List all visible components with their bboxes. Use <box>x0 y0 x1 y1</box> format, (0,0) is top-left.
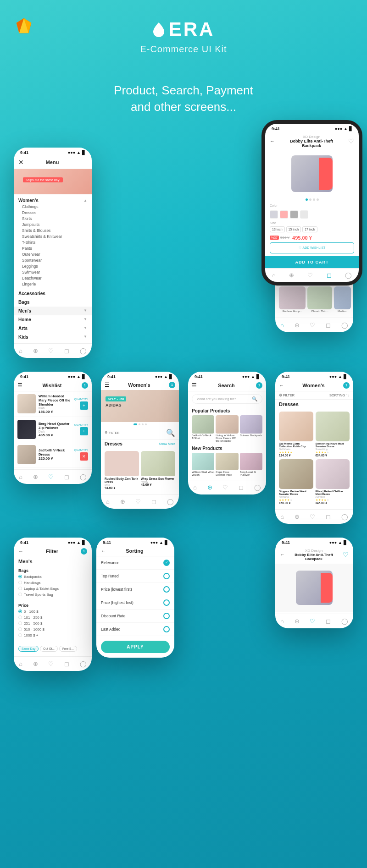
nav-search-wl[interactable]: ⊕ <box>33 473 38 480</box>
sorting-discount[interactable]: Discount Rate <box>96 610 174 623</box>
size-15[interactable]: 15 inch <box>286 226 301 232</box>
new-product-3[interactable]: Berg Heart G Pullover <box>240 453 262 476</box>
filter-price-0-100[interactable]: 0 - 100 $ <box>18 609 87 615</box>
dress-list-1[interactable]: Gal Meets Glam Collection Edith City Gal… <box>279 412 313 457</box>
nav-wishlist[interactable]: ♡ <box>310 322 315 329</box>
menu-item-shirts[interactable]: Shirts & Blouses <box>18 228 87 234</box>
nav-home-feat[interactable]: ⌂ <box>272 272 276 279</box>
menu-item-swimwear[interactable]: Swimwear <box>18 269 87 275</box>
menu-item-arts[interactable]: Arts ▼ <box>14 324 92 333</box>
sorting-last-added[interactable]: Last Added <box>96 623 174 636</box>
wishlist-icon-featured[interactable]: ♡ <box>348 137 354 145</box>
nav-home-wl[interactable]: ⌂ <box>19 473 22 480</box>
menu-item-mens[interactable]: Men's ▼ <box>14 307 92 315</box>
nav-home[interactable]: ⌂ <box>280 322 284 329</box>
add-to-cart-btn[interactable]: ADD TO CART <box>265 256 359 268</box>
sorting-top-rated[interactable]: Top Rated <box>96 570 174 583</box>
nav-search-w2[interactable]: ⊕ <box>120 498 125 505</box>
show-more-dresses[interactable]: Show More <box>159 442 175 445</box>
filter-handbags[interactable]: Handbags <box>18 580 87 586</box>
nav-wish-feat[interactable]: ♡ <box>307 272 313 279</box>
nav-profile-wl[interactable]: ◯ <box>80 473 87 480</box>
new-product-2[interactable]: Cape Faux Leather Pack <box>216 453 238 476</box>
menu-item-beachwear[interactable]: Beachwear <box>18 275 87 281</box>
filter-price-101-250[interactable]: 101 - 250 $ <box>18 615 87 621</box>
nav-search-bd[interactable]: ⊕ <box>295 618 300 625</box>
size-17[interactable]: 17 inch <box>302 226 317 232</box>
dress-list-4[interactable]: Elisa | Belted Chiffon Maxi Dress Aviman… <box>316 459 350 505</box>
back-arrow-dresses[interactable]: ← <box>279 383 284 388</box>
nav-home-dl[interactable]: ⌂ <box>280 513 284 520</box>
product-thumb-acc1[interactable] <box>279 286 306 309</box>
nav-home-icon[interactable]: ⌂ <box>19 347 22 354</box>
womens2-filter-btn[interactable]: ⚙ FILTER <box>105 431 120 434</box>
add-to-cart-1[interactable]: + <box>80 401 88 410</box>
nav-home-bd[interactable]: ⌂ <box>280 618 284 625</box>
product-thumb-acc3[interactable] <box>334 286 351 309</box>
menu-item-lingerie[interactable]: Lingerie <box>18 281 87 287</box>
nav-profile[interactable]: ◯ <box>341 322 348 329</box>
filter-icon-btn[interactable]: ⚙ FILTER <box>279 393 295 397</box>
nav-cart-bd[interactable]: ◻ <box>326 618 331 625</box>
menu-item-sweatshirts[interactable]: Sweatshirts & Knitwear <box>18 234 87 240</box>
add-to-cart-2[interactable]: + <box>80 427 88 435</box>
nav-cart-wl[interactable]: ◻ <box>64 473 69 480</box>
menu-item-kids[interactable]: Kids ▼ <box>14 333 92 341</box>
back-arrow-bottom[interactable]: ← <box>280 552 285 557</box>
color-chip-1[interactable] <box>270 210 278 219</box>
wishlist-icon-bottom[interactable]: ♡ <box>343 551 349 558</box>
nav-wishlist-w2[interactable]: ♡ <box>135 498 141 505</box>
tag-out-of[interactable]: Out Of... <box>40 646 58 652</box>
new-product-1[interactable]: William Stud Wrap Watch <box>192 453 214 476</box>
back-arrow-featured[interactable]: ← <box>270 138 275 144</box>
womens2-search-icon[interactable]: 🔍 <box>166 429 175 437</box>
nav-home-s[interactable]: ⌂ <box>193 484 197 491</box>
back-arrow-filter[interactable]: ← <box>18 549 23 554</box>
filter-price-510-1000[interactable]: 510 - 1000 $ <box>18 626 87 632</box>
nav-cart-icon[interactable]: ◻ <box>64 347 69 354</box>
menu-item-jumpsuits[interactable]: Jumpsuits <box>18 222 87 228</box>
nav-home-f[interactable]: ⌂ <box>19 660 22 667</box>
nav-search[interactable]: ⊕ <box>295 322 300 329</box>
color-chip-4[interactable] <box>300 210 308 219</box>
nav-profile-dl[interactable]: ◯ <box>341 513 348 520</box>
color-chip-2[interactable] <box>280 210 288 219</box>
hamburger-womens2[interactable]: ☰ <box>105 382 110 388</box>
menu-item-leggings[interactable]: Leggings <box>18 264 87 269</box>
dress-list-2[interactable]: Something Navy Maxi Sweater Dress Someth… <box>316 412 350 457</box>
menu-item-sportswear[interactable]: Sportswear <box>18 258 87 264</box>
dress-card-1[interactable]: Ruched Body-Con Tank Dress style 94.00 ¥ <box>105 451 139 489</box>
nav-profile-feat[interactable]: ◯ <box>345 272 352 279</box>
nav-cart-s[interactable]: ◻ <box>239 484 244 491</box>
nav-wishlist-dl[interactable]: ♡ <box>310 513 315 520</box>
nav-search-icon[interactable]: ⊕ <box>33 347 38 354</box>
nav-wishlist-bd[interactable]: ♡ <box>310 618 315 625</box>
menu-item-outerwear[interactable]: Outerwear <box>18 252 87 258</box>
nav-cart-feat[interactable]: ◻ <box>327 272 332 279</box>
delete-wishlist-3[interactable]: ✕ <box>80 452 88 461</box>
sorting-price-low[interactable]: Price (lowest first) <box>96 583 174 596</box>
nav-search-dl[interactable]: ⊕ <box>295 513 300 520</box>
nav-cart-w2[interactable]: ◻ <box>151 498 156 505</box>
dress-list-3[interactable]: Strypes Merino Wool Sweater Dress Aviman… <box>279 459 313 505</box>
menu-item-pants[interactable]: Pants <box>18 246 87 252</box>
hamburger-search[interactable]: ☰ <box>192 382 197 389</box>
menu-item-dresses[interactable]: Dresses <box>18 210 87 216</box>
nav-search-s[interactable]: ⊕ <box>207 484 212 491</box>
filter-price-251-500[interactable]: 251 - 500 $ <box>18 621 87 626</box>
menu-item-skirts[interactable]: Skirts <box>18 216 87 222</box>
sorting-price-high[interactable]: Price (highest first) <box>96 596 174 610</box>
hamburger-wishlist[interactable]: ☰ <box>17 382 22 389</box>
nav-wishlist-s[interactable]: ♡ <box>222 484 228 491</box>
filter-travel-bags[interactable]: Travel Sports Bag <box>18 592 87 598</box>
search-input-bar[interactable]: What are you looking for? 🔍 <box>192 394 262 404</box>
menu-item-bags[interactable]: Bags <box>14 298 92 307</box>
menu-close-icon[interactable]: ✕ <box>18 159 24 166</box>
filter-price-1000plus[interactable]: 1000 $ + <box>18 632 87 638</box>
menu-item-home[interactable]: Home ▼ <box>14 315 92 324</box>
sorting-relevance[interactable]: Relevance ✓ <box>96 556 174 570</box>
menu-item-clothings[interactable]: Clothings <box>18 204 87 210</box>
nav-profile-f[interactable]: ◯ <box>80 660 87 667</box>
nav-cart-f[interactable]: ◻ <box>64 660 69 667</box>
dress-card-2[interactable]: Wrap Dress Sun Flower middly 43.00 ¥ <box>141 451 175 489</box>
